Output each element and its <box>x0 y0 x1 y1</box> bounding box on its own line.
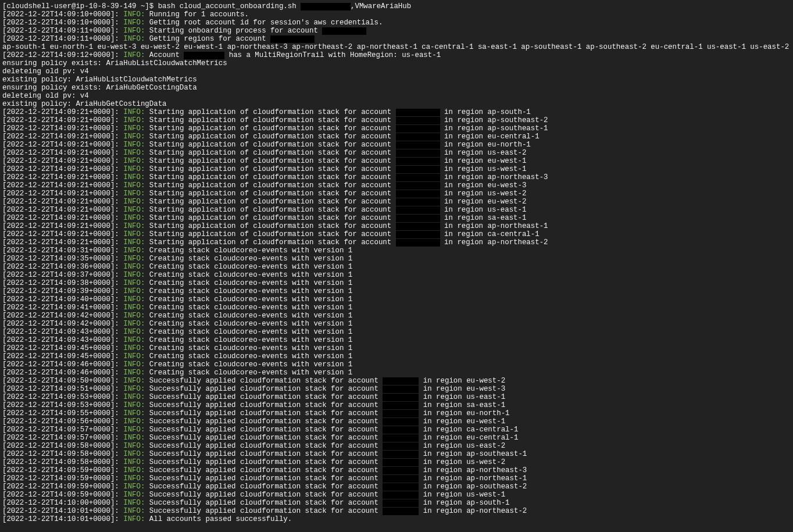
log-message: Creating stack cloudcoreo-events with ve… <box>145 312 352 320</box>
timestamp: [2022-12-22T14:09:59+0000]: <box>2 474 123 483</box>
timestamp: [2022-12-22T14:10:00+0000]: <box>2 499 123 507</box>
log-level-info: INFO: <box>123 377 145 385</box>
log-line: ensuring policy exists: AriaHubListCloud… <box>2 59 791 67</box>
log-line: [2022-12-22T14:09:35+0000]: INFO: Creati… <box>2 255 791 263</box>
log-message: Creating stack cloudcoreo-events with ve… <box>145 247 352 255</box>
log-line: [2022-12-22T14:09:58+0000]: INFO: Succes… <box>2 442 791 450</box>
log-line: [2022-12-22T14:09:59+0000]: INFO: Succes… <box>2 483 791 491</box>
log-level-info: INFO: <box>123 141 145 149</box>
timestamp: [2022-12-22T14:09:45+0000]: <box>2 344 123 352</box>
timestamp: [2022-12-22T14:09:10+0000]: <box>2 19 123 27</box>
log-message: Successfully applied cloudformation stac… <box>145 426 383 434</box>
log-message: in region us-east-1 <box>440 206 527 214</box>
terminal-output[interactable]: [cloudshell-user@ip-10-8-39-149 ~]$ bash… <box>0 0 793 527</box>
redacted-text <box>396 149 440 157</box>
log-level-info: INFO: <box>123 27 145 35</box>
log-message: Creating stack cloudcoreo-events with ve… <box>145 304 352 312</box>
log-level-info: INFO: <box>123 466 145 474</box>
log-line: [2022-12-22T14:09:10+0000]: INFO: Gettin… <box>2 19 791 27</box>
timestamp: [2022-12-22T14:09:36+0000]: <box>2 263 123 271</box>
timestamp: [2022-12-22T14:09:37+0000]: <box>2 271 123 279</box>
timestamp: [2022-12-22T14:09:46+0000]: <box>2 360 123 369</box>
log-message: in region ap-southeast-1 <box>440 124 548 133</box>
timestamp: [2022-12-22T14:09:21+0000]: <box>2 157 123 165</box>
log-line: [2022-12-22T14:09:11+0000]: INFO: Starti… <box>2 27 791 35</box>
timestamp: [2022-12-22T14:09:10+0000]: <box>2 10 123 19</box>
log-line: [2022-12-22T14:09:53+0000]: INFO: Succes… <box>2 393 791 401</box>
log-message: in region eu-west-1 <box>440 157 527 165</box>
log-message: Successfully applied cloudformation stac… <box>145 417 383 426</box>
timestamp: [2022-12-22T14:09:53+0000]: <box>2 401 123 409</box>
log-line: [2022-12-22T14:09:59+0000]: INFO: Succes… <box>2 474 791 483</box>
log-line: [2022-12-22T14:09:39+0000]: INFO: Creati… <box>2 287 791 295</box>
log-message: Creating stack cloudcoreo-events with ve… <box>145 279 352 287</box>
log-message: in region ap-south-1 <box>440 108 531 116</box>
log-level-info: INFO: <box>123 450 145 458</box>
log-line: [2022-12-22T14:09:40+0000]: INFO: Creati… <box>2 295 791 304</box>
shell-prompt-line: [cloudshell-user@ip-10-8-39-149 ~]$ bash… <box>2 2 791 10</box>
redacted-text <box>396 231 440 238</box>
log-level-info: INFO: <box>123 385 145 393</box>
redacted-text <box>383 402 419 409</box>
redacted-text <box>270 35 315 43</box>
log-message: Getting regions for account <box>145 35 270 43</box>
log-message: Starting application of cloudformation s… <box>145 190 395 198</box>
log-message: All accounts passed successfully. <box>145 515 292 523</box>
log-level-info: INFO: <box>123 393 145 401</box>
log-level-info: INFO: <box>123 507 145 515</box>
redacted-text <box>396 190 440 198</box>
log-line: [2022-12-22T14:09:21+0000]: INFO: Starti… <box>2 214 791 222</box>
command-text: ,VMwareAriaHub <box>351 2 411 10</box>
log-message: Successfully applied cloudformation stac… <box>145 385 383 393</box>
redacted-text <box>301 3 351 10</box>
log-message: Starting application of cloudformation s… <box>145 108 395 116</box>
log-message: in region eu-central-1 <box>419 434 518 442</box>
log-level-info: INFO: <box>123 401 145 409</box>
log-message: Successfully applied cloudformation stac… <box>145 466 383 474</box>
log-level-info: INFO: <box>123 499 145 507</box>
log-message: Creating stack cloudcoreo-events with ve… <box>145 328 352 336</box>
log-level-info: INFO: <box>123 206 145 214</box>
log-level-info: INFO: <box>123 263 145 271</box>
timestamp: [2022-12-22T14:09:35+0000]: <box>2 255 123 263</box>
redacted-text <box>396 239 440 247</box>
log-message: in region us-west-1 <box>440 165 527 173</box>
log-message: in region ap-southeast-2 <box>419 483 527 491</box>
log-level-info: INFO: <box>123 230 145 238</box>
log-level-info: INFO: <box>123 108 145 116</box>
timestamp: [2022-12-22T14:09:56+0000]: <box>2 417 123 426</box>
log-level-info: INFO: <box>123 409 145 417</box>
timestamp: [2022-12-22T14:09:21+0000]: <box>2 173 123 181</box>
timestamp: [2022-12-22T14:09:21+0000]: <box>2 116 123 124</box>
log-message: in region ap-southeast-1 <box>419 450 527 458</box>
log-level-info: INFO: <box>123 271 145 279</box>
log-line: [2022-12-22T14:09:11+0000]: INFO: Gettin… <box>2 35 791 43</box>
log-level-info: INFO: <box>123 344 145 352</box>
log-message: in region eu-west-2 <box>419 377 505 385</box>
log-line: [2022-12-22T14:10:00+0000]: INFO: Succes… <box>2 499 791 507</box>
log-message: in region us-west-2 <box>440 190 527 198</box>
log-line: [2022-12-22T14:09:21+0000]: INFO: Starti… <box>2 222 791 230</box>
log-level-info: INFO: <box>123 434 145 442</box>
log-message: Starting application of cloudformation s… <box>145 214 395 222</box>
redacted-text <box>396 206 440 214</box>
log-message: Starting application of cloudformation s… <box>145 206 395 214</box>
log-level-info: INFO: <box>123 328 145 336</box>
log-level-info: INFO: <box>123 173 145 181</box>
timestamp: [2022-12-22T14:09:58+0000]: <box>2 442 123 450</box>
log-line: [2022-12-22T14:09:43+0000]: INFO: Creati… <box>2 336 791 344</box>
log-message: in region eu-north-1 <box>419 409 509 417</box>
log-level-info: INFO: <box>123 417 145 426</box>
log-line: [2022-12-22T14:09:36+0000]: INFO: Creati… <box>2 263 791 271</box>
log-line: deleteing old pv: v4 <box>2 67 791 76</box>
redacted-text <box>396 125 440 133</box>
timestamp: [2022-12-22T14:09:12+0000]: <box>2 51 123 59</box>
log-message: existing policy: AriaHubListCloudwatchMe… <box>2 76 197 84</box>
log-message: Creating stack cloudcoreo-events with ve… <box>145 369 352 377</box>
log-message: Creating stack cloudcoreo-events with ve… <box>145 287 352 295</box>
log-message: Starting application of cloudformation s… <box>145 149 395 157</box>
log-message: Starting application of cloudformation s… <box>145 157 395 165</box>
timestamp: [2022-12-22T14:09:58+0000]: <box>2 458 123 466</box>
timestamp: [2022-12-22T14:09:21+0000]: <box>2 222 123 230</box>
regions-text: ap-south-1 eu-north-1 eu-west-3 eu-west-… <box>2 43 793 51</box>
